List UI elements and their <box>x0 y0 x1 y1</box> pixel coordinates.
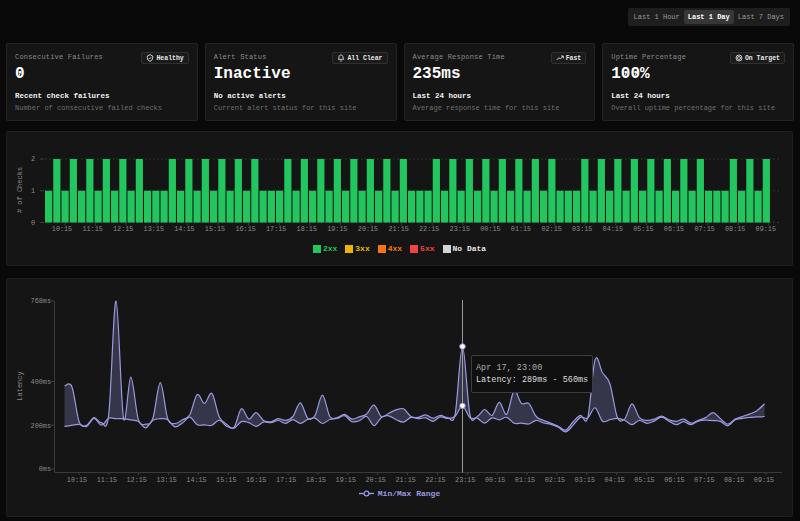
svg-text:18:15: 18:15 <box>297 225 317 233</box>
svg-text:12:15: 12:15 <box>113 225 133 233</box>
svg-text:16:15: 16:15 <box>246 476 266 484</box>
svg-text:20:15: 20:15 <box>358 225 378 233</box>
svg-text:17:15: 17:15 <box>266 225 286 233</box>
svg-text:400ms: 400ms <box>31 378 51 386</box>
svg-text:14:15: 14:15 <box>174 225 194 233</box>
svg-text:20:15: 20:15 <box>365 476 385 484</box>
svg-text:22:15: 22:15 <box>419 225 439 233</box>
svg-text:06:15: 06:15 <box>664 476 684 484</box>
svg-text:07:15: 07:15 <box>694 476 714 484</box>
svg-text:04:15: 04:15 <box>603 225 623 233</box>
svg-text:06:15: 06:15 <box>664 225 684 233</box>
svg-text:11:15: 11:15 <box>82 225 102 233</box>
svg-text:09:15: 09:15 <box>756 225 776 233</box>
svg-text:18:15: 18:15 <box>306 476 326 484</box>
svg-text:Latency: Latency <box>16 371 24 400</box>
svg-text:21:15: 21:15 <box>395 476 415 484</box>
svg-text:09:15: 09:15 <box>754 476 774 484</box>
svg-text:2: 2 <box>31 155 35 163</box>
svg-text:12:15: 12:15 <box>126 476 146 484</box>
svg-text:13:15: 13:15 <box>144 225 164 233</box>
svg-text:15:15: 15:15 <box>216 476 236 484</box>
svg-text:0: 0 <box>31 219 35 227</box>
svg-text:23:15: 23:15 <box>450 225 470 233</box>
svg-text:768ms: 768ms <box>31 297 51 305</box>
svg-text:00:15: 00:15 <box>485 476 505 484</box>
svg-text:00:15: 00:15 <box>480 225 500 233</box>
svg-text:0ms: 0ms <box>39 465 51 473</box>
svg-text:11:15: 11:15 <box>97 476 117 484</box>
svg-text:200ms: 200ms <box>31 422 51 430</box>
svg-text:10:15: 10:15 <box>67 476 87 484</box>
svg-text:# of Checks: # of Checks <box>16 167 24 213</box>
svg-text:10:15: 10:15 <box>52 225 72 233</box>
svg-text:05:15: 05:15 <box>634 476 654 484</box>
svg-text:21:15: 21:15 <box>388 225 408 233</box>
svg-text:04:15: 04:15 <box>604 476 624 484</box>
svg-text:19:15: 19:15 <box>336 476 356 484</box>
svg-text:02:15: 02:15 <box>541 225 561 233</box>
svg-text:01:15: 01:15 <box>511 225 531 233</box>
svg-text:22:15: 22:15 <box>425 476 445 484</box>
svg-text:23:15: 23:15 <box>455 476 475 484</box>
svg-text:03:15: 03:15 <box>575 476 595 484</box>
svg-text:02:15: 02:15 <box>545 476 565 484</box>
svg-text:19:15: 19:15 <box>327 225 347 233</box>
svg-text:07:15: 07:15 <box>694 225 714 233</box>
svg-text:16:15: 16:15 <box>235 225 255 233</box>
svg-text:05:15: 05:15 <box>633 225 653 233</box>
svg-text:08:15: 08:15 <box>724 476 744 484</box>
svg-text:03:15: 03:15 <box>572 225 592 233</box>
svg-text:01:15: 01:15 <box>515 476 535 484</box>
svg-text:13:15: 13:15 <box>156 476 176 484</box>
svg-text:1: 1 <box>31 187 35 195</box>
svg-text:08:15: 08:15 <box>725 225 745 233</box>
svg-text:17:15: 17:15 <box>276 476 296 484</box>
svg-text:14:15: 14:15 <box>186 476 206 484</box>
svg-text:15:15: 15:15 <box>205 225 225 233</box>
